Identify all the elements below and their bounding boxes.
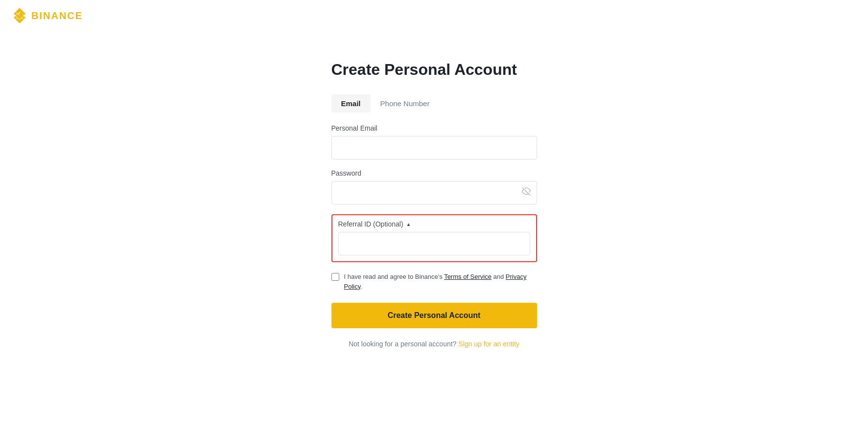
tabs-container: Email Phone Number xyxy=(331,94,537,113)
terms-checkbox-label: I have read and agree to Binance's Terms… xyxy=(344,272,537,291)
referral-label: Referral ID (Optional) xyxy=(338,220,403,228)
email-label: Personal Email xyxy=(331,124,537,132)
header: BINANCE xyxy=(0,0,868,31)
referral-field-group: Referral ID (Optional) ▲ xyxy=(331,214,537,262)
terms-text-middle: and xyxy=(492,273,506,280)
terms-text-after: . xyxy=(360,283,362,290)
referral-collapse-icon[interactable]: ▲ xyxy=(406,222,411,227)
eye-slash-icon[interactable] xyxy=(521,187,531,199)
password-input[interactable] xyxy=(331,181,537,204)
referral-input[interactable] xyxy=(338,232,530,255)
binance-logo-icon xyxy=(12,8,27,23)
terms-checkbox[interactable] xyxy=(331,273,339,281)
entity-signup-link[interactable]: Sign up for an entity xyxy=(458,340,519,348)
password-field-group: Password xyxy=(331,169,537,204)
tab-email[interactable]: Email xyxy=(331,94,371,113)
terms-of-service-link[interactable]: Terms of Service xyxy=(444,273,492,280)
password-label: Password xyxy=(331,169,537,177)
footer-text: Not looking for a personal account? Sign… xyxy=(331,340,537,348)
tab-phone[interactable]: Phone Number xyxy=(371,94,440,113)
logo[interactable]: BINANCE xyxy=(12,8,83,23)
password-wrapper xyxy=(331,181,537,204)
referral-label-row: Referral ID (Optional) ▲ xyxy=(338,220,530,228)
email-field-group: Personal Email xyxy=(331,124,537,159)
footer-static-text: Not looking for a personal account? xyxy=(349,340,456,348)
form-container: Create Personal Account Email Phone Numb… xyxy=(331,61,537,348)
page-title: Create Personal Account xyxy=(331,61,537,79)
terms-text-before: I have read and agree to Binance's xyxy=(344,273,445,280)
create-account-button[interactable]: Create Personal Account xyxy=(331,303,537,328)
email-input[interactable] xyxy=(331,136,537,159)
logo-text: BINANCE xyxy=(31,10,83,22)
main-content: Create Personal Account Email Phone Numb… xyxy=(0,31,868,348)
terms-checkbox-row: I have read and agree to Binance's Terms… xyxy=(331,272,537,291)
